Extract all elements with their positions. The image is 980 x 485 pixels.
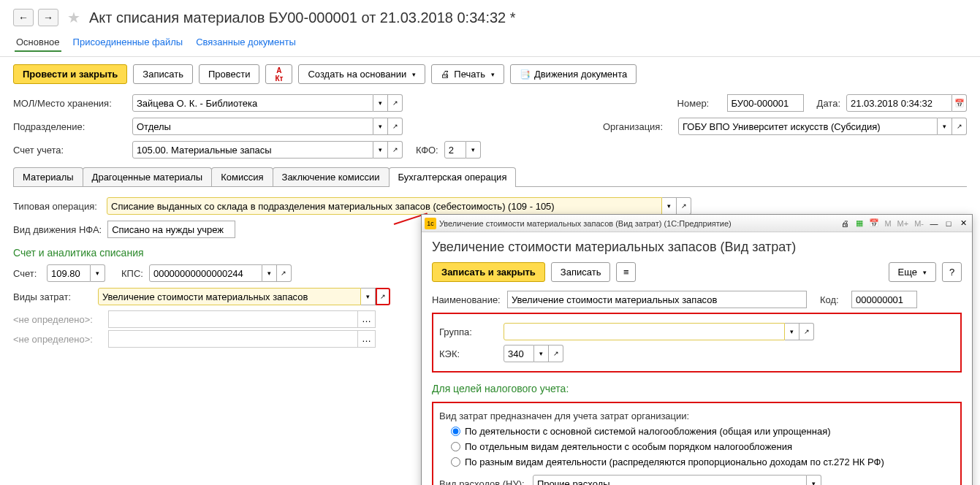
undefined-picker-2[interactable]: … <box>357 331 375 347</box>
undefined-label-2: <не определено>: <box>13 332 108 347</box>
post-and-close-button[interactable]: Провести и закрыть <box>13 64 127 84</box>
tab-main[interactable]: Основное <box>15 34 61 52</box>
titlebar-print-icon[interactable]: 🖨 <box>839 218 851 229</box>
mol-open-button[interactable]: ↗ <box>388 94 403 112</box>
modal-save-button[interactable]: Записать <box>551 262 611 282</box>
post-button[interactable]: Провести <box>199 64 260 84</box>
modal-name-input[interactable]: Увеличение стоимости материальных запасо… <box>507 291 807 308</box>
mol-label: МОЛ/Место хранения: <box>13 98 126 109</box>
modal-highlighted-group: Группа: ▾ ↗ КЭК: 340 ▾ ↗ <box>432 313 962 373</box>
modal-exp-type-input[interactable]: Прочие расходы <box>533 475 807 485</box>
nav-back-button[interactable]: ← <box>13 9 34 26</box>
modal-list-button[interactable]: ≡ <box>616 262 636 282</box>
modal-kek-input[interactable]: 340 <box>504 345 534 362</box>
modal-code-input[interactable]: 000000001 <box>851 291 917 308</box>
modal-group-open-button[interactable]: ↗ <box>799 323 814 340</box>
document-title: Акт списания материалов БУ00-000001 от 2… <box>89 9 516 26</box>
tab-linked-docs[interactable]: Связанные документы <box>194 34 297 52</box>
create-based-on-button[interactable]: Создать на основании <box>298 64 425 84</box>
typical-op-input[interactable]: Списание выданных со склада в подразделе… <box>107 197 662 215</box>
date-calendar-button[interactable] <box>952 94 967 112</box>
cost-type-open-button[interactable]: ↗ <box>376 288 390 305</box>
akt-icon: АКт <box>275 66 283 83</box>
modal-save-close-button[interactable]: Записать и закрыть <box>432 262 545 282</box>
modal-radio-main-input[interactable] <box>451 427 460 436</box>
titlebar-m-button[interactable]: M <box>883 219 892 228</box>
modal-radio-special[interactable]: По отдельным видам деятельности с особым… <box>451 441 954 452</box>
modal-exp-type-label: Вид расходов (НУ): <box>439 478 527 486</box>
undefined-input-1[interactable]: … <box>108 310 376 328</box>
modal-more-button[interactable]: Еще <box>889 262 936 282</box>
tab-conclusion[interactable]: Заключение комиссии <box>273 167 390 186</box>
modal-title: Увеличение стоимости материальных запасо… <box>432 240 962 255</box>
modal-radio-special-input[interactable] <box>451 442 460 451</box>
modal-radio-distributed-input[interactable] <box>451 457 460 467</box>
nav-forward-button[interactable]: → <box>38 9 58 26</box>
tab-accounting[interactable]: Бухгалтерская операция <box>389 167 517 186</box>
tab-commission[interactable]: Комиссия <box>211 167 273 186</box>
org-open-button[interactable]: ↗ <box>952 118 967 135</box>
print-icon <box>441 69 450 80</box>
score-input[interactable]: 109.80 <box>47 264 91 282</box>
mol-input[interactable]: Зайцева О. К. - Библиотека <box>132 94 373 112</box>
org-dropdown-button[interactable]: ▾ <box>938 118 952 135</box>
titlebar-mplus-button[interactable]: M+ <box>896 219 911 228</box>
app-icon: 1c <box>425 218 436 229</box>
modal-group-dropdown-button[interactable]: ▾ <box>785 323 799 340</box>
kps-label: КПС: <box>121 268 143 279</box>
tab-materials[interactable]: Материалы <box>13 167 83 186</box>
favorite-star-icon[interactable]: ★ <box>67 9 80 26</box>
modal-radio-distributed[interactable]: По разным видам деятельности (распределя… <box>451 457 954 467</box>
movement-type-label: Вид движения НФА: <box>13 224 102 235</box>
number-input[interactable]: БУ00-000001 <box>727 94 804 112</box>
akt-button[interactable]: АКт <box>265 64 292 84</box>
titlebar-calendar-icon[interactable]: 📅 <box>868 218 880 229</box>
titlebar-mminus-button[interactable]: M- <box>913 219 925 228</box>
modal-name-label: Наименование: <box>432 294 501 305</box>
account-label: Счет учета: <box>13 145 126 156</box>
print-button[interactable]: Печать <box>431 64 504 84</box>
titlebar-maximize-button[interactable]: □ <box>943 218 954 229</box>
date-input[interactable]: 21.03.2018 0:34:32 <box>846 94 952 112</box>
tab-attached-files[interactable]: Присоединенные файлы <box>72 34 185 52</box>
account-open-button[interactable]: ↗ <box>388 141 403 159</box>
dept-dropdown-button[interactable]: ▾ <box>373 118 388 135</box>
score-label: Счет: <box>13 268 41 279</box>
account-input[interactable]: 105.00. Материальные запасы <box>132 141 373 159</box>
date-label: Дата: <box>817 98 840 109</box>
modal-kek-open-button[interactable]: ↗ <box>549 345 563 362</box>
score-dropdown-button[interactable]: ▾ <box>91 264 105 282</box>
modal-exp-type-dropdown-button[interactable]: ▾ <box>807 475 821 485</box>
modal-group-input[interactable] <box>504 323 785 340</box>
dept-open-button[interactable]: ↗ <box>388 118 403 135</box>
kfo-input[interactable]: 2 <box>444 141 466 159</box>
kps-dropdown-button[interactable]: ▾ <box>262 264 277 282</box>
kfo-label: КФО: <box>416 145 438 156</box>
account-dropdown-button[interactable]: ▾ <box>373 141 388 159</box>
titlebar-close-button[interactable]: ✕ <box>957 218 969 229</box>
titlebar-minimize-button[interactable]: — <box>928 218 940 229</box>
typical-op-open-button[interactable]: ↗ <box>677 197 691 215</box>
kps-input[interactable]: 00000000000000244 <box>149 264 262 282</box>
movement-type-input[interactable]: Списано на нужды учреж <box>107 221 235 238</box>
undefined-input-2[interactable]: … <box>108 330 376 348</box>
cost-type-input[interactable]: Увеличение стоимости материальных запасо… <box>98 288 361 305</box>
tab-precious[interactable]: Драгоценные материалы <box>83 167 213 186</box>
kfo-dropdown-button[interactable]: ▾ <box>466 141 481 159</box>
typical-op-dropdown-button[interactable]: ▾ <box>662 197 677 215</box>
kps-open-button[interactable]: ↗ <box>277 264 292 282</box>
mol-dropdown-button[interactable]: ▾ <box>373 94 388 112</box>
save-button[interactable]: Записать <box>133 64 193 84</box>
cost-type-label: Виды затрат: <box>13 291 92 302</box>
cost-type-dropdown-button[interactable]: ▾ <box>361 288 376 305</box>
movements-button[interactable]: Движения документа <box>510 64 637 84</box>
org-input[interactable]: ГОБУ ВПО Университет искусств (Субсидия) <box>678 118 938 135</box>
modal-kek-dropdown-button[interactable]: ▾ <box>534 345 549 362</box>
titlebar-grid-icon[interactable]: ▦ <box>854 218 865 229</box>
dept-input[interactable]: Отделы <box>132 118 373 135</box>
modal-kek-label: КЭК: <box>439 348 498 359</box>
undefined-picker-1[interactable]: … <box>357 311 375 327</box>
modal-code-label: Код: <box>820 294 846 305</box>
modal-help-button[interactable]: ? <box>942 262 962 282</box>
modal-radio-main[interactable]: По деятельности с основной системой нало… <box>451 426 954 437</box>
